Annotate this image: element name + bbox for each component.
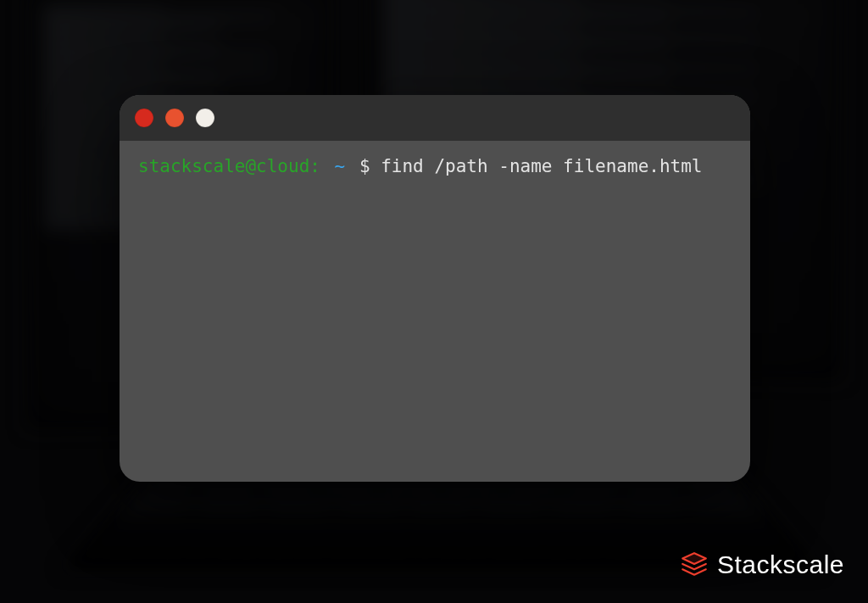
stage: stackscale@cloud: ~ $ find /path -name f… (0, 0, 868, 603)
close-icon[interactable] (135, 109, 153, 127)
terminal-titlebar[interactable] (120, 95, 750, 141)
brand-stack-icon (680, 550, 709, 579)
terminal-body[interactable]: stackscale@cloud: ~ $ find /path -name f… (120, 141, 750, 193)
minimize-icon[interactable] (165, 109, 184, 127)
prompt-path: ~ (335, 156, 346, 176)
maximize-icon[interactable] (196, 109, 214, 127)
prompt-command: $ find /path -name filename.html (359, 156, 703, 176)
brand-logo: Stackscale (680, 550, 844, 579)
prompt-user: stackscale@cloud: (138, 156, 320, 176)
terminal-window[interactable]: stackscale@cloud: ~ $ find /path -name f… (120, 95, 750, 482)
brand-name: Stackscale (717, 550, 844, 579)
